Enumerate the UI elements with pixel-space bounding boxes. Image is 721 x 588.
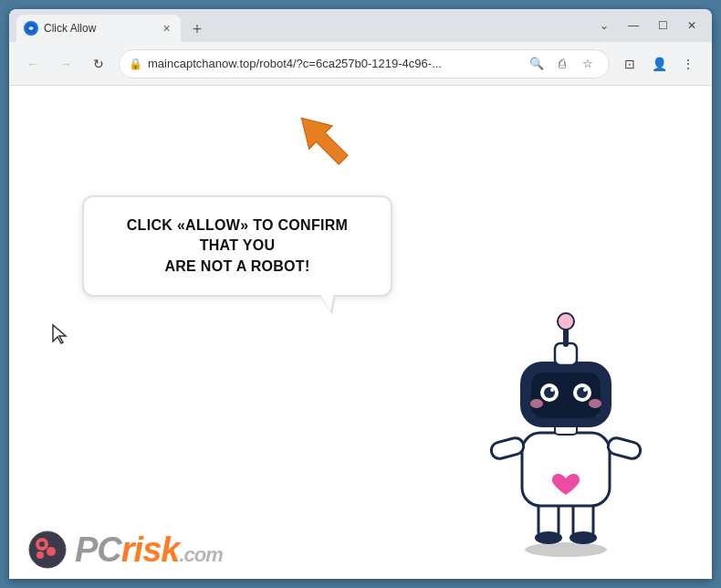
pcrisk-risk: risk [121,530,180,569]
svg-point-29 [39,541,45,547]
window-controls: ⌄ — ☐ ✕ [591,13,705,38]
svg-point-17 [550,388,554,392]
speech-bubble: CLICK «ALLOW» TO CONFIRM THAT YOU ARE NO… [82,195,392,297]
toolbar-actions: ⊡ 👤 ⋮ [617,51,701,77]
svg-marker-1 [290,107,355,172]
new-tab-button[interactable]: + [184,16,210,42]
reload-button[interactable]: ↻ [86,51,111,77]
maximize-button[interactable]: ☐ [650,13,675,38]
page-content: CLICK «ALLOW» TO CONFIRM THAT YOU ARE NO… [9,86,712,579]
robot-illustration [475,305,657,542]
svg-point-28 [37,551,44,559]
svg-marker-24 [53,325,66,343]
pcrisk-watermark: PCrisk.com [27,530,223,570]
minimize-button[interactable]: — [621,13,646,38]
profile-button[interactable]: 👤 [646,51,672,77]
pcrisk-text: PCrisk.com [75,532,223,567]
bubble-text: CLICK «ALLOW» TO CONFIRM THAT YOU ARE NO… [111,215,363,277]
address-input[interactable]: 🔒 maincaptchanow.top/robot4/?c=6ca257b0-… [119,49,610,79]
search-icon[interactable]: 🔍 [525,52,549,76]
svg-point-18 [583,388,587,392]
chevron-down-button[interactable]: ⌄ [591,13,617,38]
pcrisk-pc: PC [75,530,121,569]
orange-arrow [287,104,360,181]
svg-rect-9 [606,436,642,461]
pcrisk-dotcom: .com [179,543,222,566]
svg-point-27 [47,547,56,556]
svg-point-19 [530,399,543,408]
tab-close-button[interactable]: ✕ [159,21,173,36]
tab-bar: Click Allow ✕ + [16,9,591,42]
url-text: maincaptchanow.top/robot4/?c=6ca257b0-12… [148,57,519,70]
active-tab[interactable]: Click Allow ✕ [16,15,181,42]
back-button[interactable]: ← [20,51,46,77]
svg-point-23 [558,313,574,330]
share-icon[interactable]: ⎙ [550,52,574,76]
svg-point-20 [589,399,601,408]
bookmark-icon[interactable]: ☆ [576,52,600,76]
svg-point-6 [569,531,597,544]
forward-button[interactable]: → [53,51,78,77]
pcrisk-logo-icon [27,530,68,570]
svg-point-2 [525,542,607,557]
close-button[interactable]: ✕ [679,13,705,38]
tab-title: Click Allow [44,22,153,35]
title-bar: Click Allow ✕ + ⌄ — ☐ ✕ [9,9,712,42]
svg-rect-8 [489,436,525,461]
svg-point-5 [535,531,562,544]
lock-icon: 🔒 [129,58,142,70]
address-bar: ← → ↻ 🔒 maincaptchanow.top/robot4/?c=6ca… [9,42,712,86]
menu-button[interactable]: ⋮ [675,51,701,77]
address-actions: 🔍 ⎙ ☆ [525,52,600,76]
split-view-button[interactable]: ⊡ [617,51,643,77]
mouse-cursor [51,323,69,349]
tab-favicon [24,21,38,36]
browser-window: Click Allow ✕ + ⌄ — ☐ ✕ ← → ↻ 🔒 maincapt… [9,9,712,579]
